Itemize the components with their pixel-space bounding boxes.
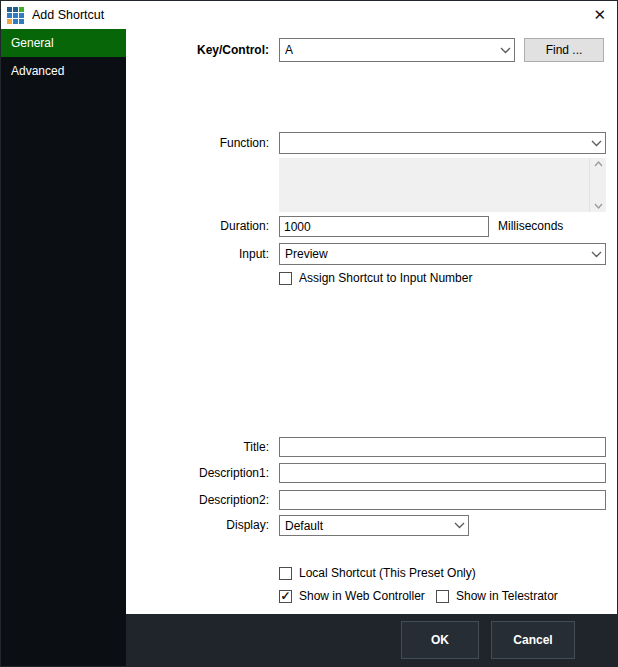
- display-value: Default: [280, 519, 450, 533]
- chevron-down-icon: [587, 251, 605, 258]
- title-input[interactable]: [279, 437, 606, 457]
- cancel-button[interactable]: Cancel: [491, 621, 575, 659]
- description2-input[interactable]: [279, 490, 606, 510]
- key-control-value: A: [280, 43, 496, 57]
- description1-input[interactable]: [279, 463, 606, 483]
- titlebar: Add Shortcut ✕: [1, 1, 617, 29]
- close-icon[interactable]: ✕: [593, 1, 606, 29]
- scrollbar[interactable]: [589, 158, 606, 212]
- chevron-down-icon: [450, 522, 468, 529]
- telestrator-label: Show in Telestrator: [456, 589, 558, 603]
- input-select[interactable]: Preview: [279, 243, 606, 265]
- find-button[interactable]: Find ...: [524, 38, 604, 62]
- title-label: Title:: [126, 437, 269, 457]
- sidebar: General Advanced: [1, 29, 126, 667]
- function-label: Function:: [126, 132, 269, 154]
- web-controller-checkbox[interactable]: Show in Web Controller: [279, 589, 425, 603]
- window-title: Add Shortcut: [32, 8, 104, 22]
- chevron-down-icon: [496, 47, 514, 54]
- assign-shortcut-checkbox[interactable]: Assign Shortcut to Input Number: [279, 271, 472, 285]
- function-select[interactable]: [279, 132, 606, 154]
- key-control-label: Key/Control:: [126, 38, 269, 62]
- local-shortcut-checkbox[interactable]: Local Shortcut (This Preset Only): [279, 566, 476, 580]
- chevron-down-icon: [587, 140, 605, 147]
- assign-shortcut-label: Assign Shortcut to Input Number: [299, 271, 472, 285]
- ok-button[interactable]: OK: [401, 621, 479, 659]
- function-parameter-box: [279, 158, 606, 212]
- scroll-up-icon[interactable]: [590, 161, 606, 167]
- add-shortcut-dialog: Add Shortcut ✕ General Advanced Key/Cont…: [0, 0, 618, 667]
- general-panel: Key/Control: A Find ... Function:: [126, 29, 618, 614]
- checkbox-icon[interactable]: [279, 590, 292, 603]
- display-select[interactable]: Default: [279, 515, 469, 536]
- footer-bar: OK Cancel: [126, 614, 618, 667]
- duration-input[interactable]: [279, 216, 489, 237]
- duration-label: Duration:: [126, 216, 269, 237]
- checkbox-icon[interactable]: [279, 567, 292, 580]
- input-label: Input:: [126, 243, 269, 265]
- app-logo-icon: [7, 7, 24, 24]
- milliseconds-label: Milliseconds: [498, 216, 563, 237]
- scroll-down-icon[interactable]: [590, 203, 606, 209]
- local-shortcut-label: Local Shortcut (This Preset Only): [299, 566, 476, 580]
- description1-label: Description1:: [126, 463, 269, 483]
- display-label: Display:: [126, 515, 269, 536]
- telestrator-checkbox[interactable]: Show in Telestrator: [436, 589, 558, 603]
- description2-label: Description2:: [126, 490, 269, 510]
- checkbox-icon[interactable]: [436, 590, 449, 603]
- key-control-select[interactable]: A: [279, 38, 515, 62]
- web-controller-label: Show in Web Controller: [299, 589, 425, 603]
- tab-general[interactable]: General: [1, 29, 126, 57]
- tab-advanced[interactable]: Advanced: [1, 57, 126, 85]
- checkbox-icon[interactable]: [279, 272, 292, 285]
- input-value: Preview: [280, 247, 587, 261]
